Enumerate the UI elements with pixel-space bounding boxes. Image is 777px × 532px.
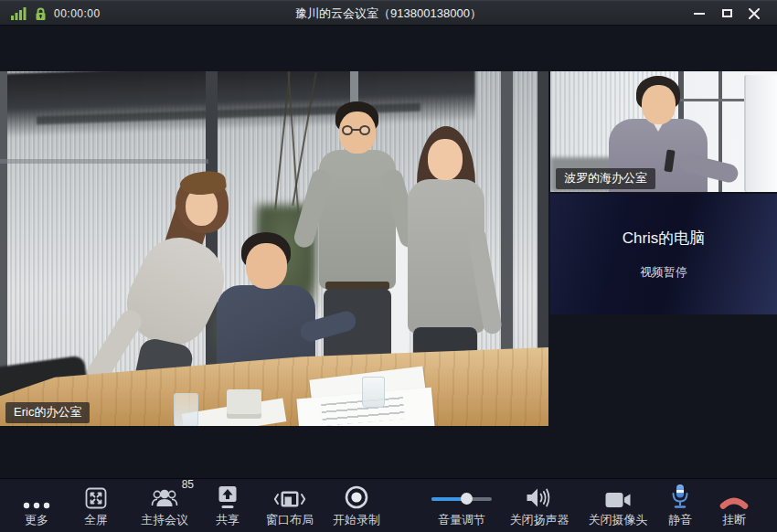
- hangup-button[interactable]: 挂断: [707, 479, 761, 532]
- scene-shape: [362, 377, 385, 408]
- host-meeting-label: 主持会议: [141, 514, 188, 526]
- speaker-icon: [525, 479, 554, 510]
- signal-bars-icon: [11, 7, 27, 20]
- scene-shape: [174, 393, 198, 426]
- hangup-phone-icon: [719, 479, 749, 510]
- camera-icon: [604, 479, 632, 510]
- window-controls: [686, 1, 768, 26]
- share-label: 共享: [216, 514, 239, 526]
- video-tile-paused[interactable]: Chris的电脑 视频暂停: [550, 194, 777, 314]
- more-label: 更多: [25, 514, 48, 526]
- fullscreen-label: 全屏: [84, 514, 108, 526]
- fullscreen-icon: [84, 479, 108, 510]
- record-icon: [344, 479, 369, 510]
- more-button[interactable]: 更多: [9, 479, 64, 532]
- window-layout-label: 窗口布局: [266, 514, 314, 526]
- toolbar: 更多 全屏: [0, 478, 777, 532]
- close-button[interactable]: [740, 1, 768, 26]
- video-label-main: Eric的办公室: [5, 402, 90, 423]
- scene-shape: [227, 389, 261, 419]
- scene-person: [319, 150, 396, 289]
- microphone-icon: [670, 479, 690, 510]
- close-camera-button[interactable]: 关闭摄像头: [575, 479, 661, 532]
- host-meeting-button[interactable]: 85 主持会议: [126, 479, 203, 532]
- scene-shape: [744, 75, 777, 192]
- scene-shape: [0, 159, 208, 164]
- share-button[interactable]: 共享: [200, 479, 255, 532]
- start-record-label: 开始录制: [333, 514, 380, 526]
- hangup-label: 挂断: [722, 514, 746, 526]
- minimize-button[interactable]: [686, 1, 713, 26]
- window-title: 豫川的云会议室（913800138000）: [0, 1, 777, 26]
- close-icon: [749, 8, 760, 19]
- close-speaker-button[interactable]: 关闭扬声器: [496, 479, 582, 532]
- share-upload-icon: [216, 479, 239, 510]
- fullscreen-button[interactable]: 全屏: [69, 479, 123, 532]
- titlebar: 00:00:00 豫川的云会议室（913800138000）: [0, 0, 777, 26]
- mute-label: 静音: [668, 514, 692, 526]
- scene-person: [352, 129, 360, 131]
- app-window: 00:00:00 豫川的云会议室（913800138000）: [0, 0, 777, 532]
- window-layout-button[interactable]: 窗口布局: [251, 479, 328, 532]
- lock-icon: [34, 6, 48, 21]
- maximize-icon: [722, 9, 732, 17]
- scene-person: [359, 125, 370, 135]
- titlebar-status: 00:00:00: [11, 1, 101, 26]
- scene-person: [428, 139, 463, 180]
- paused-status-text: 视频暂停: [640, 264, 687, 281]
- minimize-icon: [694, 13, 705, 15]
- close-camera-label: 关闭摄像头: [589, 514, 648, 526]
- scene-person: [642, 85, 676, 124]
- video-tile-side[interactable]: 波罗的海办公室: [550, 71, 777, 192]
- paused-participant-name: Chris的电脑: [623, 228, 706, 249]
- volume-slider[interactable]: [431, 493, 492, 505]
- volume-control[interactable]: 音量调节: [419, 479, 505, 532]
- start-record-button[interactable]: 开始录制: [318, 479, 395, 532]
- participant-count-badge: 85: [182, 478, 194, 491]
- maximize-button[interactable]: [713, 1, 740, 26]
- participants-icon: 85: [151, 479, 178, 510]
- more-dots-icon: [22, 479, 51, 510]
- volume-label: 音量调节: [438, 514, 485, 526]
- scene-person: [246, 243, 287, 289]
- close-speaker-label: 关闭扬声器: [510, 514, 569, 526]
- window-layout-icon: [273, 479, 306, 510]
- meeting-timer: 00:00:00: [54, 7, 101, 20]
- video-tile-main[interactable]: Eric的办公室: [0, 71, 548, 426]
- volume-thumb[interactable]: [461, 493, 473, 505]
- video-label-side: 波罗的海办公室: [556, 168, 655, 189]
- mute-button[interactable]: 静音: [653, 479, 708, 532]
